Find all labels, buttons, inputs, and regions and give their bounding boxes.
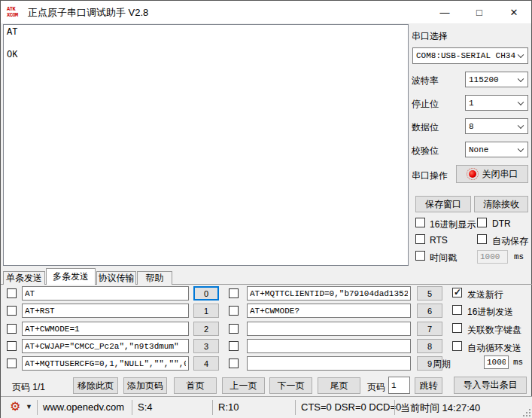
numpad-link-checkbox[interactable] <box>452 323 462 333</box>
hex-display-checkbox[interactable] <box>415 218 425 227</box>
period-label: 周期 <box>433 358 451 371</box>
remove-page-button[interactable]: 移除此页 <box>73 377 118 394</box>
chevron-down-icon <box>518 75 524 81</box>
led-indicator-icon <box>467 168 479 180</box>
add-page-button[interactable]: 添加页码 <box>123 377 167 394</box>
row-checkbox[interactable] <box>229 288 239 298</box>
baud-label: 波特率 <box>412 75 439 87</box>
timestamp-checkbox[interactable] <box>415 251 425 261</box>
clear-receive-button[interactable]: 清除接收 <box>474 196 528 212</box>
app-logo-line2: XCOM <box>7 12 23 18</box>
send-slot-button[interactable]: 8 <box>417 339 442 353</box>
tab-protocol[interactable]: 协议传输 <box>96 271 136 285</box>
port-select-value: COM8:USB-SERIAL CH34C <box>416 51 515 60</box>
parity-value: None <box>469 145 488 154</box>
receive-textarea[interactable]: AT OK <box>3 24 409 266</box>
close-port-button[interactable]: 关闭串口 <box>456 165 528 183</box>
port-operation-label: 串口操作 <box>412 169 448 182</box>
tab-single-send[interactable]: 单条发送 <box>3 271 45 285</box>
close-button[interactable]: ✕ <box>497 1 531 23</box>
chevron-down-icon <box>518 122 524 128</box>
databits-label: 数据位 <box>412 121 439 134</box>
hex-send-label: 16进制发送 <box>467 306 513 319</box>
hex-display-label: 16进制显示 <box>430 218 476 231</box>
port-select-dropdown[interactable]: COM8:USB-SERIAL CH34C <box>412 47 528 64</box>
row-command-input[interactable] <box>247 339 411 353</box>
timestamp-period-input[interactable] <box>477 250 508 264</box>
auto-save-checkbox[interactable] <box>477 234 487 244</box>
first-page-button[interactable]: 首页 <box>174 377 217 394</box>
rts-checkbox[interactable] <box>415 234 425 244</box>
maximize-button[interactable]: □ <box>462 1 497 23</box>
databits-value: 8 <box>469 122 474 131</box>
goto-page-input[interactable] <box>388 377 410 394</box>
send-slot-button[interactable]: 7 <box>417 322 442 336</box>
resize-grip[interactable] <box>523 409 530 416</box>
auto-save-label: 自动保存 <box>492 235 528 248</box>
numpad-link-label: 关联数字键盘 <box>467 324 521 337</box>
chevron-down-icon <box>518 52 524 58</box>
hex-send-checkbox[interactable] <box>452 305 462 315</box>
title-bar: ATK XCOM 正点原子串口调试助手 V2.8 — □ ✕ <box>1 1 531 23</box>
divider <box>212 400 213 415</box>
row-checkbox[interactable] <box>229 359 239 368</box>
stopbits-label: 停止位 <box>412 98 439 111</box>
website-link[interactable]: www.openedv.com <box>43 401 124 413</box>
timestamp-unit-label: ms <box>514 252 524 261</box>
baud-dropdown[interactable]: 115200 <box>465 72 528 87</box>
close-port-label: 关闭串口 <box>482 168 518 181</box>
jump-button[interactable]: 跳转 <box>415 377 442 394</box>
row-command-input[interactable] <box>247 356 411 371</box>
timestamp-label: 时间戳 <box>430 252 457 264</box>
row-checkbox[interactable] <box>229 341 239 351</box>
gear-dropdown-arrow-icon[interactable]: ▼ <box>26 403 32 410</box>
import-export-button[interactable]: 导入导出条目 <box>454 377 527 394</box>
divider <box>37 400 38 415</box>
send-slot-button[interactable]: 6 <box>417 304 442 318</box>
parity-dropdown[interactable]: None <box>465 142 528 157</box>
prev-page-button[interactable]: 上一页 <box>222 377 265 394</box>
rts-label: RTS <box>430 235 448 246</box>
period-input[interactable] <box>484 355 509 369</box>
minimize-button[interactable]: — <box>427 1 462 23</box>
app-window: ATK XCOM 正点原子串口调试助手 V2.8 — □ ✕ AT OK 串口选… <box>0 0 532 418</box>
save-window-button[interactable]: 保存窗口 <box>415 196 471 212</box>
multi-send-row: 9 <box>1 356 532 371</box>
send-newline-checkbox[interactable] <box>452 288 462 297</box>
signal-status: CTS=0 DSR=0 DCD=0 <box>301 401 401 413</box>
databits-dropdown[interactable]: 8 <box>465 118 528 134</box>
status-bar: ⚙ ▼ www.openedv.com S:4 R:10 CTS=0 DSR=0… <box>1 397 532 418</box>
sent-counter: S:4 <box>138 401 153 413</box>
last-page-button[interactable]: 尾页 <box>318 377 360 394</box>
row-checkbox[interactable] <box>229 324 239 334</box>
port-select-label: 串口选择 <box>412 30 448 43</box>
chevron-down-icon <box>518 99 524 105</box>
row-command-input[interactable] <box>247 322 411 336</box>
dtr-label: DTR <box>492 218 511 229</box>
parity-label: 校验位 <box>412 145 439 157</box>
page-indicator: 页码 1/1 <box>12 381 45 394</box>
row-command-input[interactable] <box>247 304 411 318</box>
dtr-checkbox[interactable] <box>477 218 487 227</box>
baud-value: 115200 <box>469 75 499 84</box>
gear-icon[interactable]: ⚙ <box>10 399 20 413</box>
app-logo-line1: ATK <box>7 6 23 12</box>
window-title: 正点原子串口调试助手 V2.8 <box>28 6 148 20</box>
send-slot-button[interactable]: 5 <box>417 286 442 301</box>
period-unit-label: ms <box>513 358 523 367</box>
tab-multi-send[interactable]: 多条发送 <box>46 268 96 285</box>
next-page-button[interactable]: 下一页 <box>269 377 312 394</box>
auto-loop-label: 自动循环发送 <box>467 342 521 355</box>
divider <box>394 400 395 415</box>
tab-help[interactable]: 帮助 <box>137 271 172 285</box>
row-checkbox[interactable] <box>229 306 239 316</box>
chevron-down-icon <box>518 145 524 151</box>
row-command-input[interactable] <box>247 286 411 301</box>
goto-page-label: 页码 <box>367 381 385 394</box>
current-time: 当前时间 14:27:40 <box>400 401 480 415</box>
stopbits-dropdown[interactable]: 1 <box>465 95 528 111</box>
auto-loop-checkbox[interactable] <box>452 341 462 351</box>
send-newline-label: 发送新行 <box>467 288 503 301</box>
stopbits-value: 1 <box>469 99 474 108</box>
received-counter: R:10 <box>218 401 239 413</box>
